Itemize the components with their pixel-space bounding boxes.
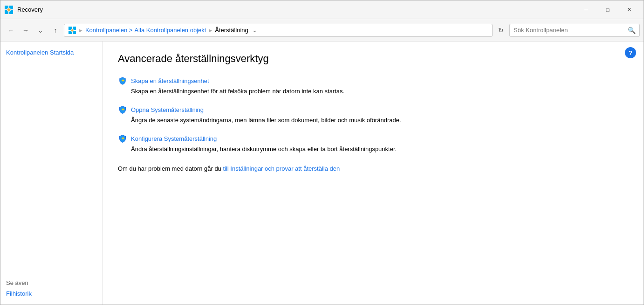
breadcrumb-sep2: ► [208,28,213,33]
maximize-button[interactable]: □ [597,2,618,17]
app-icon [4,5,14,14]
up-button[interactable]: ↑ [49,24,62,37]
sidebar-link-home[interactable]: Kontrollpanelen Startsida [6,49,97,56]
shield-icon-2: ✦ [118,105,127,114]
address-box[interactable]: ► Kontrollpanelen > Alla Kontrollpanelen… [64,24,493,37]
main-area: Kontrollpanelen Startsida Se även Filhis… [0,42,644,305]
svg-text:✦: ✦ [121,107,125,112]
address-dropdown-icon[interactable]: ⌄ [250,27,260,34]
svg-text:✦: ✦ [121,78,125,83]
breadcrumb-link-all[interactable]: Alla Kontrollpanelen objekt [134,27,206,34]
info-settings-link[interactable]: till Inställningar och provar att återst… [223,165,340,172]
back-button[interactable]: ← [4,24,17,37]
info-text-before: Om du har problem med datorn går du [118,165,223,172]
window-controls: ─ □ ✕ [575,2,640,17]
content-area: ? Avancerade återställningsverktyg ✦ Ska… [103,42,644,305]
breadcrumb-link-cp[interactable]: Kontrollpanelen > [85,27,133,34]
address-cp-icon [68,26,76,35]
minimize-button[interactable]: ─ [575,2,597,17]
breadcrumb-current: Återställning [215,27,248,34]
search-icon: 🔍 [628,27,636,34]
sidebar: Kontrollpanelen Startsida Se även Filhis… [0,42,103,305]
item-header-2: ✦ Öppna Systemåterställning [118,105,629,114]
close-button[interactable]: ✕ [618,2,640,17]
recent-button[interactable]: ⌄ [34,24,47,37]
window: Recovery ─ □ ✕ ← → ⌄ ↑ ► Kontrollpanelen… [0,0,644,305]
item-open-sysrestore: ✦ Öppna Systemåterställning Ångra de sen… [118,105,629,125]
see-also-label: Se även [6,279,97,286]
addressbar: ← → ⌄ ↑ ► Kontrollpanelen > Alla Kontrol… [0,19,644,42]
window-title: Recovery [17,6,575,13]
shield-icon-1: ✦ [118,76,127,85]
item-link-1[interactable]: Skapa en återställningsenhet [131,77,209,84]
help-button[interactable]: ? [625,47,636,58]
search-box[interactable]: 🔍 [509,24,640,37]
breadcrumb-sep1: ► [78,28,83,33]
item-desc-2: Ångra de senaste systemändringarna, men … [131,116,629,125]
sidebar-link-filehistory[interactable]: Filhistorik [6,290,97,297]
search-input[interactable] [514,27,626,34]
titlebar: Recovery ─ □ ✕ [0,0,644,19]
forward-button[interactable]: → [19,24,32,37]
shield-icon-3: ✦ [118,134,127,143]
item-link-2[interactable]: Öppna Systemåterställning [131,106,204,113]
refresh-button[interactable]: ↻ [494,24,507,37]
svg-text:✦: ✦ [121,136,125,141]
info-paragraph: Om du har problem med datorn går du till… [118,165,629,172]
item-configure-sysrestore: ✦ Konfigurera Systemåterställning Ändra … [118,134,629,153]
item-create-recovery: ✦ Skapa en återställningsenhet Skapa en … [118,76,629,96]
item-header-1: ✦ Skapa en återställningsenhet [118,76,629,85]
item-desc-1: Skapa en återställningsenhet för att fel… [131,87,629,96]
item-desc-3: Ändra återställningsinställningar, hante… [131,145,629,153]
item-header-3: ✦ Konfigurera Systemåterställning [118,134,629,143]
page-title: Avancerade återställningsverktyg [118,53,629,65]
item-link-3[interactable]: Konfigurera Systemåterställning [131,135,217,142]
